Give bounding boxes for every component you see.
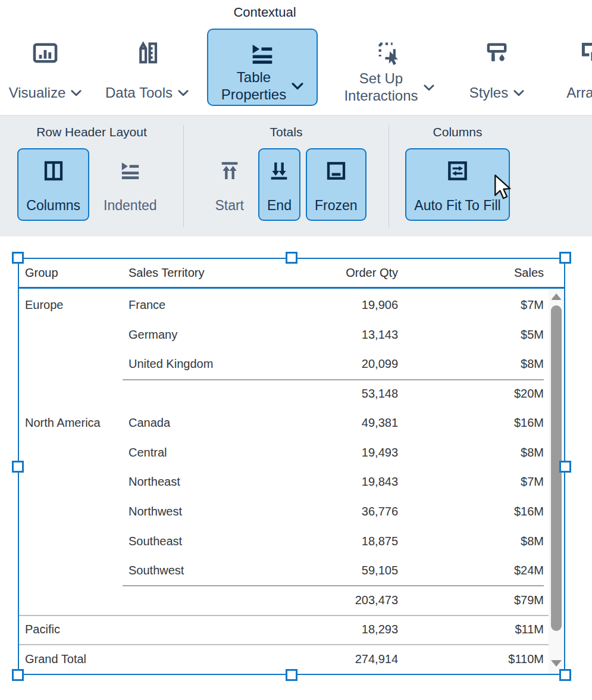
ribbon-group-row-header-layout: Row Header Layout Columns Indented — [0, 115, 183, 221]
table-row[interactable]: 53,148$20M — [19, 379, 564, 409]
chevron-down-icon — [513, 90, 524, 96]
cell-sales: $16M — [398, 416, 544, 430]
columns-layout-button[interactable]: Columns — [17, 148, 89, 221]
totals-end-icon — [267, 159, 291, 186]
totals-frozen-button[interactable]: Frozen — [306, 148, 367, 221]
table-properties-icon — [249, 40, 276, 68]
cell-sales: $5M — [398, 328, 544, 342]
ribbon-button-label: Columns — [26, 198, 80, 214]
ribbon-group-totals: Totals Start End Frozen — [184, 115, 389, 221]
cell-sales: $7M — [398, 298, 544, 312]
ribbon-group-title: Row Header Layout — [36, 125, 147, 139]
cell-qty: 18,293 — [276, 623, 398, 636]
table-body: EuropeFrance19,906$7MGermany13,143$5MUni… — [19, 290, 564, 674]
ribbon-button-label: End — [267, 198, 292, 214]
resize-handle-top-left[interactable] — [12, 252, 24, 264]
table-selection: Group Sales Territory Order Qty Sales Eu… — [18, 258, 565, 675]
cell-territory: Germany — [129, 328, 276, 342]
table-row[interactable]: Northwest36,776$16M — [19, 497, 564, 527]
cell-qty: 18,875 — [276, 535, 398, 548]
cell-qty: 19,493 — [276, 446, 398, 460]
bar-chart-icon — [32, 39, 59, 67]
table-row[interactable]: United Kingdom20,099$8M — [19, 349, 564, 379]
indented-layout-button[interactable]: Indented — [95, 148, 166, 221]
cell-sales: $16M — [398, 505, 544, 518]
totals-frozen-icon — [324, 159, 348, 186]
set-up-interactions-icon — [375, 39, 403, 67]
table-row[interactable]: EuropeFrance19,906$7M — [19, 290, 564, 320]
cell-territory: Southwest — [129, 564, 276, 577]
ribbon-button-label: Start — [215, 198, 244, 214]
toolbar-item-label: Visualize — [9, 85, 66, 101]
column-header-sales[interactable]: Sales — [398, 266, 544, 280]
toolbar-item-arrange[interactable]: Arrange — [547, 29, 592, 106]
scroll-up-icon[interactable] — [551, 293, 562, 300]
cell-sales: $8M — [398, 535, 544, 548]
arrange-icon — [578, 39, 592, 67]
cell-territory: Northwest — [129, 505, 276, 518]
cell-group: Pacific — [25, 623, 129, 636]
resize-handle-bottom-center[interactable] — [286, 669, 297, 681]
cell-qty: 59,105 — [276, 564, 398, 577]
vertical-scrollbar[interactable] — [549, 289, 564, 674]
cell-qty: 203,473 — [276, 593, 398, 607]
cell-qty: 13,143 — [276, 328, 398, 342]
resize-handle-bottom-right[interactable] — [559, 669, 571, 681]
table-row[interactable]: North AmericaCanada49,381$16M — [19, 408, 564, 438]
toolbar-item-label: Data Tools — [105, 85, 173, 101]
resize-handle-middle-left[interactable] — [12, 461, 24, 473]
chevron-down-icon — [178, 90, 189, 96]
cell-territory: Canada — [129, 416, 276, 430]
column-header-group[interactable]: Group — [25, 266, 129, 280]
cell-territory: Central — [129, 446, 276, 460]
toolbar-item-set-up-interactions[interactable]: Set Up Interactions — [325, 29, 453, 106]
data-tools-icon — [133, 39, 161, 67]
cell-sales: $110M — [398, 652, 544, 666]
top-toolbar: Visualize Data Tools Table Properties — [0, 0, 592, 115]
cell-sales: $8M — [398, 446, 544, 460]
cell-sales: $79M — [398, 593, 544, 607]
totals-end-button[interactable]: End — [258, 148, 300, 221]
toolbar-item-table-properties[interactable]: Table Properties — [207, 29, 318, 106]
cell-sales: $8M — [398, 357, 544, 371]
cell-qty: 19,906 — [276, 298, 398, 312]
resize-handle-bottom-left[interactable] — [12, 669, 24, 681]
table-row[interactable]: Northeast19,843$7M — [19, 467, 564, 497]
cell-qty: 49,381 — [276, 416, 398, 430]
cell-territory: Northeast — [129, 475, 276, 489]
column-header-order-qty[interactable]: Order Qty — [276, 266, 398, 280]
mouse-cursor — [492, 174, 512, 201]
resize-handle-top-right[interactable] — [559, 252, 571, 264]
toolbar-item-visualize[interactable]: Visualize — [0, 29, 90, 106]
app-window: Contextual Visualize Data Tools Table Pr… — [0, 0, 592, 700]
cell-qty: 20,099 — [276, 357, 398, 371]
table-row[interactable]: Pacific18,293$11M — [19, 615, 564, 645]
scroll-down-icon[interactable] — [551, 660, 562, 667]
table-row[interactable]: Southwest59,105$24M — [19, 556, 564, 586]
toolbar-item-label-line2: Properties — [221, 86, 286, 104]
cell-group: North America — [25, 416, 129, 430]
table-row[interactable]: 203,473$79M — [19, 585, 564, 615]
cell-sales: $11M — [398, 623, 544, 636]
toolbar-item-label-line1: Table — [237, 69, 271, 86]
table-row[interactable]: Germany13,143$5M — [19, 320, 564, 350]
toolbar-item-label-line1: Set Up — [359, 70, 403, 88]
ribbon-group-columns: Columns Auto Fit To Fill — [389, 115, 526, 221]
totals-start-button[interactable]: Start — [206, 148, 253, 221]
cell-group: Grand Total — [25, 652, 129, 666]
ribbon-button-label: Indented — [104, 198, 157, 214]
cell-qty: 19,843 — [276, 475, 398, 489]
ribbon-group-title: Totals — [270, 125, 303, 139]
resize-handle-middle-right[interactable] — [559, 461, 571, 473]
cell-qty: 274,914 — [276, 652, 398, 666]
table-row[interactable]: Central19,493$8M — [19, 438, 564, 468]
toolbar-item-styles[interactable]: Styles — [459, 29, 534, 106]
list-table: Group Sales Territory Order Qty Sales Eu… — [18, 258, 565, 675]
table-row[interactable]: Southeast18,875$8M — [19, 526, 564, 556]
resize-handle-top-center[interactable] — [286, 252, 297, 264]
toolbar-item-data-tools[interactable]: Data Tools — [90, 29, 203, 106]
indented-layout-icon — [118, 159, 142, 186]
column-header-sales-territory[interactable]: Sales Territory — [129, 266, 276, 280]
cell-territory: Southeast — [129, 535, 276, 548]
cell-territory: France — [129, 298, 276, 312]
